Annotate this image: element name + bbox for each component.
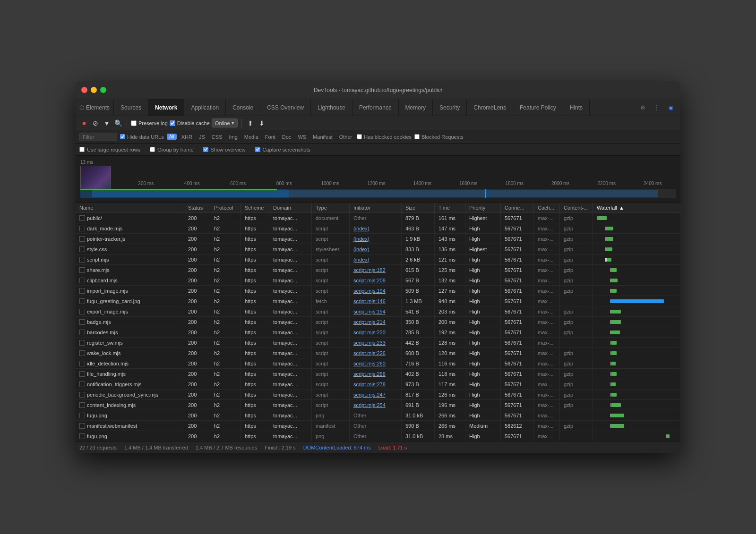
hide-data-urls-checkbox[interactable]: Hide data URLs bbox=[120, 134, 164, 140]
use-large-rows-checkbox[interactable]: Use large request rows bbox=[79, 147, 140, 153]
table-row[interactable]: import_image.mjs 200 h2 https tomayac...… bbox=[76, 286, 680, 296]
table-row[interactable]: dark_mode.mjs 200 h2 https tomayac... sc… bbox=[76, 223, 680, 234]
filter-manifest-btn[interactable]: Manifest bbox=[311, 134, 335, 140]
filter-ws-btn[interactable]: WS bbox=[296, 134, 308, 140]
initiator-link[interactable]: script.mjs:278 bbox=[353, 381, 386, 387]
th-conn[interactable]: Conne... bbox=[501, 203, 534, 212]
th-content[interactable]: Content-... bbox=[560, 203, 593, 212]
filter-doc-btn[interactable]: Doc bbox=[280, 134, 293, 140]
th-type[interactable]: Type bbox=[312, 203, 350, 212]
th-scheme[interactable]: Scheme bbox=[241, 203, 269, 212]
row-checkbox[interactable] bbox=[79, 278, 85, 283]
row-checkbox[interactable] bbox=[79, 319, 85, 325]
blocked-requests-checkbox[interactable]: Blocked Requests bbox=[414, 134, 464, 140]
filter-img-btn[interactable]: Img bbox=[227, 134, 239, 140]
filter-css-btn[interactable]: CSS bbox=[210, 134, 224, 140]
filter-input[interactable] bbox=[79, 133, 117, 141]
initiator-link[interactable]: (index) bbox=[353, 257, 369, 263]
th-size[interactable]: Size bbox=[402, 203, 435, 212]
th-status[interactable]: Status bbox=[184, 203, 210, 212]
table-row[interactable]: badge.mjs 200 h2 https tomayac... script… bbox=[76, 317, 680, 327]
initiator-link[interactable]: script.mjs:220 bbox=[353, 330, 386, 335]
focus-icon[interactable]: ◉ bbox=[665, 102, 677, 113]
row-checkbox[interactable] bbox=[79, 236, 85, 242]
tab-css-overview[interactable]: CSS Overview bbox=[260, 99, 311, 116]
row-checkbox[interactable] bbox=[79, 423, 85, 429]
table-row[interactable]: notification_triggers.mjs 200 h2 https t… bbox=[76, 379, 680, 390]
table-row[interactable]: export_image.mjs 200 h2 https tomayac...… bbox=[76, 306, 680, 317]
th-priority[interactable]: Priority bbox=[465, 203, 501, 212]
initiator-link[interactable]: script.mjs:208 bbox=[353, 278, 386, 283]
table-row[interactable]: periodic_background_sync.mjs 200 h2 http… bbox=[76, 390, 680, 400]
initiator-link[interactable]: script.mjs:214 bbox=[353, 319, 386, 325]
filter-all-btn[interactable]: All bbox=[167, 134, 177, 140]
th-name[interactable]: Name bbox=[76, 203, 184, 212]
row-checkbox[interactable] bbox=[79, 340, 85, 346]
tab-application[interactable]: Application bbox=[184, 99, 226, 116]
import-button[interactable]: ⬆ bbox=[246, 119, 255, 128]
row-checkbox[interactable] bbox=[79, 433, 85, 439]
row-checkbox[interactable] bbox=[79, 246, 85, 252]
initiator-link[interactable]: script.mjs:233 bbox=[353, 340, 386, 346]
table-row[interactable]: script.mjs 200 h2 https tomayac... scrip… bbox=[76, 254, 680, 265]
th-time[interactable]: Time bbox=[435, 203, 465, 212]
tab-chromelens[interactable]: ChromeLens bbox=[467, 99, 513, 116]
timeline-scrubber[interactable] bbox=[80, 189, 676, 198]
table-row[interactable]: public/ 200 h2 https tomayac... document… bbox=[76, 213, 680, 223]
clear-button[interactable]: ⊘ bbox=[91, 119, 100, 128]
tab-memory[interactable]: Memory bbox=[399, 99, 433, 116]
row-checkbox[interactable] bbox=[79, 309, 85, 314]
row-checkbox[interactable] bbox=[79, 298, 85, 304]
tab-console[interactable]: Console bbox=[226, 99, 260, 116]
initiator-link[interactable]: script.mjs:247 bbox=[353, 392, 386, 398]
initiator-link[interactable]: script.mjs:194 bbox=[353, 309, 386, 314]
tab-network[interactable]: Network bbox=[148, 99, 184, 116]
filter-other-btn[interactable]: Other bbox=[337, 134, 354, 140]
table-row[interactable]: fugu.png 200 h2 https tomayac... png Oth… bbox=[76, 431, 680, 441]
search-button[interactable]: 🔍 bbox=[113, 119, 123, 128]
initiator-link[interactable]: script.mjs:254 bbox=[353, 402, 386, 408]
row-checkbox[interactable] bbox=[79, 330, 85, 335]
initiator-link[interactable]: script.mjs:266 bbox=[353, 371, 386, 377]
filter-media-btn[interactable]: Media bbox=[242, 134, 260, 140]
initiator-link[interactable]: (index) bbox=[353, 226, 369, 231]
filter-font-btn[interactable]: Font bbox=[263, 134, 277, 140]
table-row[interactable]: file_handling.mjs 200 h2 https tomayac..… bbox=[76, 369, 680, 379]
row-checkbox[interactable] bbox=[79, 288, 85, 294]
tab-lighthouse[interactable]: Lighthouse bbox=[311, 99, 352, 116]
export-button[interactable]: ⬇ bbox=[257, 119, 266, 128]
throttle-dropdown[interactable]: Online ▾ bbox=[212, 119, 238, 127]
tab-elements[interactable]: ⬡ Elements bbox=[76, 99, 114, 116]
table-row[interactable]: clipboard.mjs 200 h2 https tomayac... sc… bbox=[76, 275, 680, 286]
settings-icon[interactable]: ⚙ bbox=[637, 102, 648, 113]
table-row[interactable]: fugu.png 200 h2 https tomayac... png Oth… bbox=[76, 410, 680, 421]
close-button[interactable] bbox=[81, 87, 87, 93]
capture-screenshots-checkbox[interactable]: Capture screenshots bbox=[255, 147, 311, 153]
table-row[interactable]: register_sw.mjs 200 h2 https tomayac... … bbox=[76, 338, 680, 348]
row-checkbox[interactable] bbox=[79, 392, 85, 398]
table-row[interactable]: wake_lock.mjs 200 h2 https tomayac... sc… bbox=[76, 348, 680, 358]
tab-security[interactable]: Security bbox=[433, 99, 467, 116]
table-row[interactable]: manifest.webmanifest 200 h2 https tomaya… bbox=[76, 421, 680, 431]
row-checkbox[interactable] bbox=[79, 226, 85, 231]
table-row[interactable]: content_indexing.mjs 200 h2 https tomaya… bbox=[76, 400, 680, 410]
has-blocked-cookies-checkbox[interactable]: Has blocked cookies bbox=[357, 134, 412, 140]
row-checkbox[interactable] bbox=[79, 381, 85, 387]
row-checkbox[interactable] bbox=[79, 413, 85, 418]
table-row[interactable]: style.css 200 h2 https tomayac... styles… bbox=[76, 244, 680, 254]
th-initiator[interactable]: Initiator bbox=[350, 203, 402, 212]
table-row[interactable]: barcodes.mjs 200 h2 https tomayac... scr… bbox=[76, 327, 680, 338]
table-row[interactable]: fugu_greeting_card.jpg 200 h2 https toma… bbox=[76, 296, 680, 306]
th-cache[interactable]: Cach... bbox=[534, 203, 560, 212]
table-row[interactable]: idle_detection.mjs 200 h2 https tomayac.… bbox=[76, 358, 680, 369]
initiator-link[interactable]: script.mjs:194 bbox=[353, 288, 386, 294]
row-checkbox[interactable] bbox=[79, 215, 85, 221]
maximize-button[interactable] bbox=[100, 87, 106, 93]
row-checkbox[interactable] bbox=[79, 257, 85, 263]
show-overview-checkbox[interactable]: Show overview bbox=[203, 147, 246, 153]
record-button[interactable]: ● bbox=[79, 119, 89, 128]
th-protocol[interactable]: Protocol bbox=[210, 203, 241, 212]
initiator-link[interactable]: script.mjs:146 bbox=[353, 298, 386, 304]
initiator-link[interactable]: (index) bbox=[353, 236, 369, 242]
th-domain[interactable]: Domain bbox=[269, 203, 312, 212]
